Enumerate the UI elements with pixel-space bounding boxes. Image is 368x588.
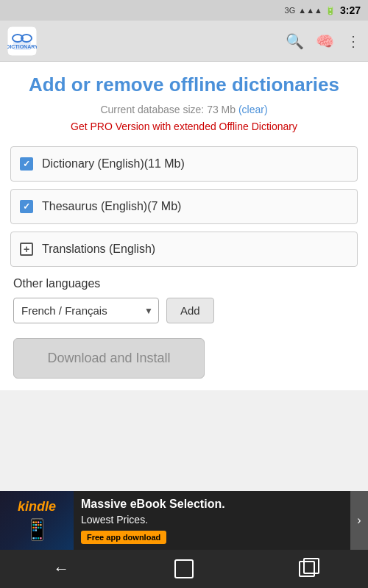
network-indicator: 3G [285, 6, 296, 15]
status-bar: 3G ▲▲▲ 🔋 3:27 [0, 0, 368, 21]
ad-banner[interactable]: kindle 📱 Massive eBook Selection. Lowest… [0, 491, 368, 550]
search-icon[interactable]: 🔍 [286, 32, 304, 50]
signal-icon: ▲▲▲ [298, 6, 322, 15]
check-mark-2: ✓ [23, 201, 30, 212]
kindle-logo: kindle [18, 499, 56, 514]
translations-english-label: Translations (English) [42, 243, 155, 256]
back-arrow-icon [53, 559, 69, 578]
download-install-button[interactable]: Download and Install [13, 338, 205, 379]
nav-recents-button[interactable] [285, 554, 329, 584]
more-options-icon[interactable]: ⋮ [346, 32, 361, 50]
thesaurus-english-item[interactable]: ✓ Thesaurus (English)(7 Mb) [10, 189, 358, 224]
home-square-icon [174, 559, 194, 578]
language-row: French / Français Spanish / Español Germ… [13, 298, 355, 323]
nav-home-button[interactable] [162, 554, 206, 584]
pro-version-link[interactable]: Get PRO Version with extended Offline Di… [10, 120, 358, 133]
db-size-text: Current database size: 73 Mb [100, 104, 236, 115]
toolbar-actions: 🔍 🧠 ⋮ [286, 32, 361, 50]
language-select-wrapper: French / Français Spanish / Español Germ… [13, 298, 159, 323]
toolbar: DICTIONARY 🔍 🧠 ⋮ [0, 21, 368, 62]
nav-back-button[interactable] [39, 554, 83, 584]
svg-text:DICTIONARY: DICTIONARY [7, 44, 37, 49]
status-time: 3:27 [340, 4, 361, 16]
clear-link[interactable]: (clear) [238, 104, 268, 115]
main-content: Add or remove offline dictionaries Curre… [0, 62, 368, 390]
ad-next-arrow[interactable]: › [350, 491, 368, 550]
app-logo: DICTIONARY [7, 26, 37, 56]
ad-kindle-left: kindle 📱 [0, 491, 74, 550]
status-icons: 3G ▲▲▲ 🔋 [285, 6, 336, 15]
pro-version-anchor[interactable]: Get PRO Version with extended Offline Di… [71, 121, 297, 132]
dictionary-english-label: Dictionary (English)(11 Mb) [42, 157, 185, 171]
kindle-device-icon: 📱 [24, 517, 50, 542]
ad-text: Massive eBook Selection. Lowest Prices. … [74, 492, 350, 550]
check-mark: ✓ [23, 159, 30, 169]
translations-expand-icon[interactable]: + [20, 243, 33, 256]
translations-english-item[interactable]: + Translations (English) [10, 232, 358, 267]
ad-subheadline: Lowest Prices. [81, 514, 343, 526]
ad-headline: Massive eBook Selection. [81, 498, 343, 511]
dictionary-english-checkbox[interactable]: ✓ [20, 157, 33, 171]
battery-icon: 🔋 [325, 6, 336, 15]
page-title: Add or remove offline dictionaries [10, 74, 358, 96]
nav-bar [0, 550, 368, 588]
language-select[interactable]: French / Français Spanish / Español Germ… [13, 298, 159, 323]
thesaurus-english-label: Thesaurus (English)(7 Mb) [42, 200, 181, 213]
other-languages-section: Other languages French / Français Spanis… [10, 277, 358, 323]
other-languages-title: Other languages [13, 277, 355, 290]
db-size-line: Current database size: 73 Mb (clear) [10, 104, 358, 115]
dictionary-english-item[interactable]: ✓ Dictionary (English)(11 Mb) [10, 146, 358, 182]
download-section: Download and Install [10, 338, 358, 379]
thesaurus-english-checkbox[interactable]: ✓ [20, 200, 33, 213]
add-language-button[interactable]: Add [166, 298, 214, 323]
ad-cta-button[interactable]: Free app download [81, 531, 166, 544]
brain-icon[interactable]: 🧠 [316, 32, 334, 50]
logo-icon: DICTIONARY [7, 26, 37, 56]
recents-icon [299, 561, 315, 577]
